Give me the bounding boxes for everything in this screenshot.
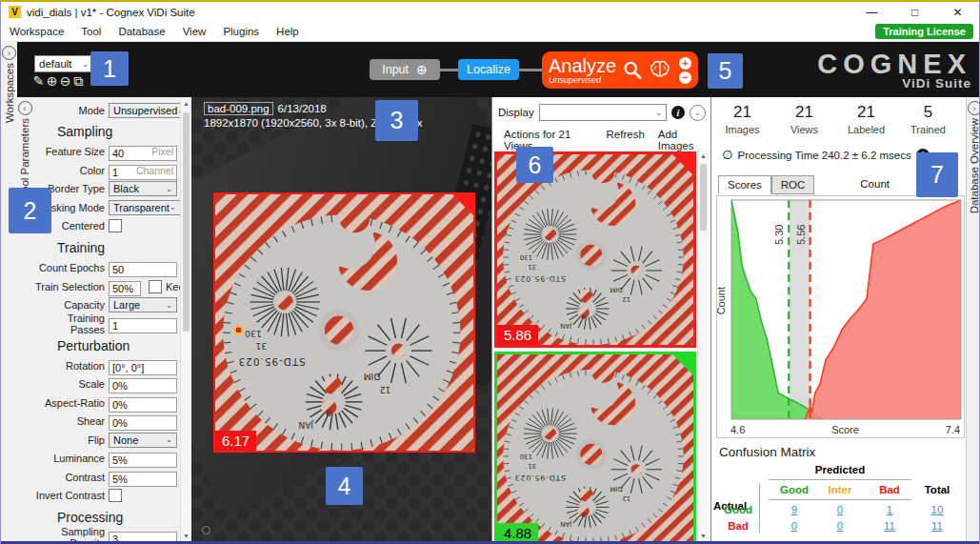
svg-text:31: 31 xyxy=(255,341,267,352)
keep-checkbox[interactable] xyxy=(149,280,162,293)
analyze-mode-label: Unsupervised xyxy=(549,76,616,85)
capacity-select[interactable]: Large⌄ xyxy=(109,297,177,312)
shear-input[interactable] xyxy=(109,415,177,431)
cm-cell-bad-inter[interactable]: 0 xyxy=(821,520,859,532)
contrast-input[interactable] xyxy=(109,472,177,487)
window-title: vidi_dials | v1* - Cognex ViDi Suite xyxy=(27,7,195,18)
field-luminance: Luminance xyxy=(32,451,177,466)
field-centered: Centered xyxy=(32,218,177,233)
menu-tool[interactable]: Tool xyxy=(72,26,110,37)
scroll-up-icon[interactable]: ▲ xyxy=(181,100,191,107)
region-corner-marker xyxy=(672,154,693,175)
menu-view[interactable]: View xyxy=(174,26,215,37)
svg-text:8: 8 xyxy=(326,408,331,418)
annotation-marker-2: 2 xyxy=(9,188,51,233)
tool-parameters-rail: ‹ Tool Parameters xyxy=(17,97,32,543)
divider xyxy=(769,499,911,500)
menu-workspace[interactable]: Workspace xyxy=(1,26,72,37)
input-step-button[interactable]: Input ⊕ xyxy=(370,59,440,80)
menu-help[interactable]: Help xyxy=(268,26,308,37)
tool-parameters-scrollbar[interactable]: ▲ ▼ xyxy=(180,97,191,543)
workspace-selector[interactable]: default ⌄ xyxy=(34,55,93,72)
svg-text:31: 31 xyxy=(528,462,536,470)
expand-workspaces-icon[interactable]: › xyxy=(2,46,16,60)
aspect-ratio-input[interactable] xyxy=(109,397,177,413)
flip-select[interactable]: None⌄ xyxy=(109,433,177,448)
svg-text:DIM: DIM xyxy=(610,286,623,293)
database-stats: 21 Images 21 Views 21 Labeled 5 Trained xyxy=(711,103,959,135)
cm-cell-good-inter[interactable]: 0 xyxy=(821,504,859,515)
rotation-input[interactable] xyxy=(109,360,177,375)
scrollbar-thumb[interactable] xyxy=(700,164,707,231)
capacity-label: Capacity xyxy=(32,299,109,311)
thumbnails-scrollbar[interactable]: ▲ ▼ xyxy=(697,150,709,543)
analyze-step-button[interactable]: Analyze Unsupervised + − xyxy=(542,51,698,89)
stat-value: 21 xyxy=(711,103,773,122)
scale-input[interactable] xyxy=(109,378,177,393)
add-images-button[interactable]: Add Images xyxy=(658,129,710,151)
localize-step-button[interactable]: Localize xyxy=(458,59,519,80)
maximize-button[interactable]: □ xyxy=(893,2,936,22)
svg-text:31: 31 xyxy=(528,263,536,271)
app-window: V vidi_dials | v1* - Cognex ViDi Suite —… xyxy=(0,0,980,544)
cm-cell-good-good[interactable]: 9 xyxy=(775,504,813,515)
training-passes-input[interactable] xyxy=(109,318,177,333)
svg-text:DIM: DIM xyxy=(364,372,381,382)
scroll-down-icon[interactable]: ▼ xyxy=(698,533,709,539)
x-tick-max: 7.4 xyxy=(946,424,960,435)
stat-value: 5 xyxy=(897,103,959,122)
refresh-button[interactable]: Refresh xyxy=(607,129,645,151)
svg-text:STD-95.023: STD-95.023 xyxy=(238,356,306,368)
analyze-label: Analyze xyxy=(549,56,616,75)
analyzed-region[interactable]: 13031DIM128JANSTD-95.023 6.17 xyxy=(213,192,475,453)
close-button[interactable]: ✕ xyxy=(936,2,979,22)
increase-icon[interactable]: + xyxy=(679,57,691,70)
field-training-passes: Training Passes xyxy=(32,316,177,332)
annotation-marker-3: 3 xyxy=(375,100,418,141)
menu-plugins[interactable]: Plugins xyxy=(214,26,268,37)
remove-workspace-icon[interactable]: ⊖ xyxy=(59,73,71,89)
centered-checkbox[interactable] xyxy=(109,219,122,232)
train-selection-label: Train Selection xyxy=(32,281,109,292)
train-selection-input[interactable] xyxy=(109,281,141,296)
training-section-title: Training xyxy=(57,240,177,255)
cm-cell-good-total[interactable]: 10 xyxy=(918,504,956,515)
rename-workspace-icon[interactable]: ✎ xyxy=(32,73,45,89)
cm-cell-bad-total[interactable]: 11 xyxy=(918,520,956,532)
view-thumbnail-good[interactable]: 13031DIM128JANSTD-95.023 4.88 xyxy=(494,352,696,543)
training-passes-label: Training Passes xyxy=(32,312,109,335)
title-bar: V vidi_dials | v1* - Cognex ViDi Suite —… xyxy=(1,2,979,22)
cm-cell-bad-bad[interactable]: 11 xyxy=(870,520,909,532)
collapse-header-icon[interactable]: ⌄ xyxy=(690,105,706,121)
display-select[interactable]: ⌄ xyxy=(539,104,667,121)
scrollbar-thumb[interactable] xyxy=(183,112,190,332)
decrease-icon[interactable]: − xyxy=(679,71,691,84)
chevron-down-icon: ⌄ xyxy=(82,60,89,69)
mode-select[interactable]: Unsupervised⌄ xyxy=(109,103,189,118)
scroll-down-icon[interactable]: ▼ xyxy=(181,533,191,539)
collapse-tool-parameters-icon[interactable]: ‹ xyxy=(18,101,32,115)
minimize-button[interactable]: — xyxy=(850,2,893,22)
count-epochs-input[interactable] xyxy=(109,262,177,277)
annotation-marker-6: 6 xyxy=(516,147,553,183)
scroll-up-icon[interactable]: ▲ xyxy=(698,152,709,159)
border-type-select[interactable]: Black⌄ xyxy=(109,181,177,196)
cm-cell-good-bad[interactable]: 1 xyxy=(870,504,909,515)
masking-mode-select[interactable]: Transparent⌄ xyxy=(109,200,181,215)
svg-text:5.30: 5.30 xyxy=(773,225,785,245)
cm-cell-bad-good[interactable]: 0 xyxy=(775,520,813,532)
invert-contrast-checkbox[interactable] xyxy=(109,489,122,502)
tab-roc[interactable]: ROC xyxy=(771,175,815,194)
stat-label: Trained xyxy=(897,124,959,135)
field-feature-size: Feature Size Pixel xyxy=(32,144,177,159)
field-rotation: Rotation xyxy=(32,358,177,373)
add-workspace-icon[interactable]: ⊕ xyxy=(46,73,58,89)
stat-images: 21 Images xyxy=(711,103,773,135)
tab-scores[interactable]: Scores xyxy=(718,175,771,194)
menu-database[interactable]: Database xyxy=(110,26,173,37)
svg-text:JAN: JAN xyxy=(560,322,572,330)
expand-database-overview-icon[interactable]: › xyxy=(968,101,980,115)
info-icon[interactable]: i xyxy=(671,106,685,119)
copy-workspace-icon[interactable]: ⧉ xyxy=(72,73,85,89)
luminance-input[interactable] xyxy=(109,453,177,468)
